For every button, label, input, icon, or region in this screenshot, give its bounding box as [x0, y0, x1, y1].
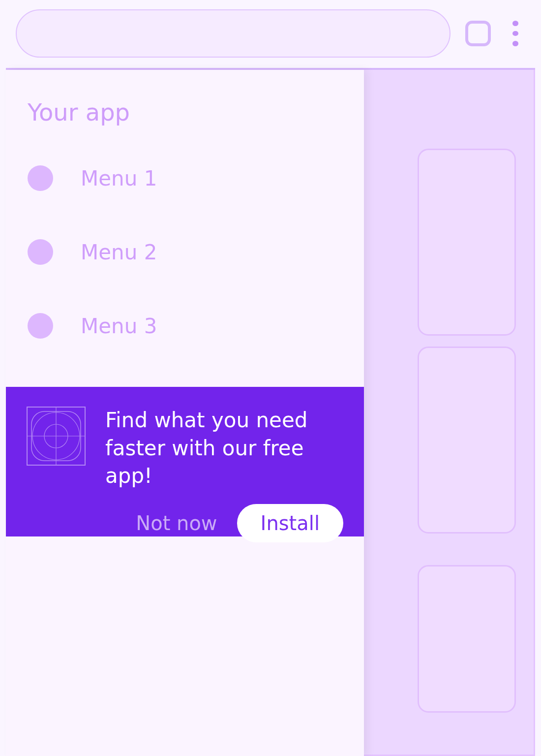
address-bar[interactable]: [16, 9, 451, 58]
drawer-menu-item[interactable]: Menu 1: [28, 165, 342, 191]
not-now-button[interactable]: Not now: [136, 512, 217, 535]
drawer-menu-item[interactable]: Menu 3: [28, 313, 342, 339]
menu-bullet-icon: [28, 165, 53, 191]
tab-switcher-icon[interactable]: [465, 21, 491, 46]
menu-label: Menu 2: [81, 240, 157, 264]
menu-bullet-icon: [28, 313, 53, 339]
navigation-drawer: Your app Menu 1 Menu 2 Menu 3: [6, 70, 364, 756]
app-grid-icon: [27, 407, 86, 466]
content-card[interactable]: [418, 346, 516, 534]
drawer-menu-list: Menu 1 Menu 2 Menu 3: [6, 146, 364, 339]
content-card[interactable]: [418, 149, 516, 336]
browser-toolbar: [6, 0, 535, 68]
install-banner: Find what you need faster with our free …: [6, 387, 364, 536]
menu-bullet-icon: [28, 239, 53, 265]
content-card[interactable]: [418, 565, 516, 713]
drawer-menu-item[interactable]: Menu 2: [28, 239, 342, 265]
drawer-title: Your app: [6, 70, 364, 146]
menu-label: Menu 1: [81, 166, 157, 190]
overflow-menu-icon[interactable]: [506, 21, 525, 46]
install-button[interactable]: Install: [237, 504, 343, 542]
menu-label: Menu 3: [81, 314, 157, 338]
banner-message: Find what you need faster with our free …: [105, 407, 343, 490]
